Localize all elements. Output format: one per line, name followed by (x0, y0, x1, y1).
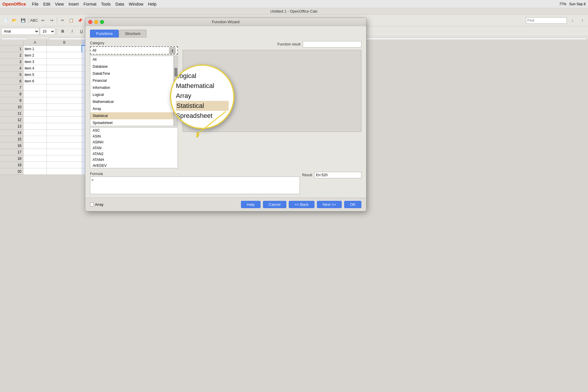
grid-cell[interactable] (47, 162, 82, 168)
grid-cell[interactable] (23, 91, 47, 97)
category-select-box[interactable]: All ⇕ (90, 46, 178, 55)
grid-cell[interactable] (47, 136, 82, 142)
category-item-logical[interactable]: Logical (90, 91, 174, 98)
size-select[interactable]: 10 (40, 28, 55, 35)
grid-cell[interactable] (47, 123, 82, 130)
find-input[interactable] (526, 17, 567, 24)
grid-cell[interactable] (47, 104, 82, 110)
category-item-database[interactable]: Database (90, 63, 174, 70)
function-item-asinh[interactable]: ASINH (90, 139, 178, 145)
menu-data[interactable]: Data (115, 2, 124, 6)
array-checkbox[interactable] (90, 203, 94, 206)
formula-text-area[interactable]: = (90, 177, 300, 194)
paste-button[interactable]: 📌 (76, 16, 84, 25)
grid-cell[interactable] (23, 149, 47, 155)
grid-cell[interactable]: item 1 (23, 46, 47, 52)
dialog-close-button[interactable] (88, 20, 92, 24)
find-down-button[interactable]: ↓ (568, 16, 577, 25)
grid-cell[interactable] (47, 72, 82, 78)
category-item-statistical[interactable]: Statistical (90, 112, 174, 119)
grid-cell[interactable]: item 6 (23, 78, 47, 84)
grid-cell[interactable] (47, 84, 82, 91)
grid-cell[interactable] (23, 117, 47, 123)
dialog-minimize-button[interactable] (94, 20, 98, 24)
tab-functions[interactable]: Functions (90, 30, 119, 38)
grid-cell[interactable] (47, 65, 82, 72)
grid-cell[interactable] (47, 130, 82, 136)
grid-cell[interactable] (47, 155, 82, 162)
category-item-array[interactable]: Array (90, 105, 174, 112)
find-up-button[interactable]: ↑ (578, 16, 587, 25)
function-result-input[interactable] (303, 41, 361, 47)
grid-cell[interactable] (23, 130, 47, 136)
function-item-atan2[interactable]: ATAN2 (90, 151, 178, 157)
grid-cell[interactable] (47, 59, 82, 65)
grid-cell[interactable]: item 4 (23, 65, 47, 72)
save-button[interactable]: 💾 (19, 16, 27, 25)
function-item-asin[interactable]: ASIN (90, 133, 178, 139)
redo-button[interactable]: ↪ (47, 16, 56, 25)
app-name[interactable]: OpenOffice (2, 1, 26, 6)
category-item-spreadsheet[interactable]: Spreadsheet (90, 119, 174, 126)
menu-tools[interactable]: Tools (101, 2, 111, 6)
grid-cell[interactable] (23, 104, 47, 110)
tab-structure[interactable]: Structure (119, 30, 147, 38)
category-item-mathematical[interactable]: Mathematical (90, 98, 174, 105)
menu-window[interactable]: Window (129, 2, 143, 6)
grid-cell[interactable] (23, 168, 47, 175)
menu-view[interactable]: View (55, 2, 64, 6)
back-button[interactable]: << Back (289, 201, 315, 208)
grid-cell[interactable] (23, 84, 47, 91)
grid-cell[interactable] (47, 149, 82, 155)
grid-cell[interactable]: item 5 (23, 72, 47, 78)
menu-insert[interactable]: Insert (69, 2, 79, 6)
grid-cell[interactable] (47, 117, 82, 123)
row-header: 12 (0, 117, 23, 123)
grid-cell[interactable] (23, 155, 47, 162)
grid-cell[interactable] (47, 91, 82, 97)
function-item-atanh[interactable]: ATANH (90, 157, 178, 163)
category-item-datetime[interactable]: Date&Time (90, 70, 174, 77)
grid-cell[interactable] (47, 97, 82, 104)
function-item-atan[interactable]: ATAN (90, 145, 178, 151)
spell-check-button[interactable]: ABC (30, 16, 38, 25)
help-button[interactable]: Help (241, 201, 261, 208)
grid-cell[interactable] (47, 110, 82, 117)
grid-cell[interactable] (23, 136, 47, 142)
font-select[interactable]: Arial (1, 28, 39, 35)
ok-button[interactable]: OK (344, 201, 361, 208)
menu-help[interactable]: Help (148, 2, 157, 6)
menu-file[interactable]: File (32, 2, 39, 6)
grid-cell[interactable] (47, 78, 82, 84)
grid-cell[interactable]: item 3 (23, 59, 47, 65)
grid-cell[interactable] (47, 168, 82, 175)
grid-cell[interactable] (47, 142, 82, 149)
grid-cell[interactable] (23, 123, 47, 130)
category-item-information[interactable]: Information (90, 84, 174, 91)
grid-cell[interactable]: item 2 (23, 52, 47, 59)
grid-cell[interactable] (23, 162, 47, 168)
grid-cell[interactable] (23, 110, 47, 117)
grid-cell[interactable] (47, 46, 82, 52)
grid-cell[interactable] (23, 97, 47, 104)
cancel-button[interactable]: Cancel (263, 201, 286, 208)
undo-button[interactable]: ↩ (39, 16, 47, 25)
menu-format[interactable]: Format (84, 2, 96, 6)
function-item-asc[interactable]: ASC (90, 128, 178, 133)
menu-edit[interactable]: Edit (43, 2, 50, 6)
grid-cell[interactable] (47, 52, 82, 59)
copy-button[interactable]: 📋 (67, 16, 75, 25)
bold-button[interactable]: B (59, 27, 67, 35)
row-header: 17 (0, 149, 23, 155)
cut-button[interactable]: ✂ (58, 16, 67, 25)
new-button[interactable]: 📄 (1, 16, 10, 25)
next-button[interactable]: Next >> (317, 201, 342, 208)
category-item-financial[interactable]: Financial (90, 77, 174, 84)
open-button[interactable]: 📂 (10, 16, 18, 25)
function-item-avedev[interactable]: AVEDEV (90, 163, 178, 168)
category-item-all[interactable]: All (90, 56, 174, 63)
underline-button[interactable]: U (77, 27, 86, 35)
dialog-maximize-button[interactable] (100, 20, 104, 24)
italic-button[interactable]: I (68, 27, 76, 35)
grid-cell[interactable] (23, 142, 47, 149)
